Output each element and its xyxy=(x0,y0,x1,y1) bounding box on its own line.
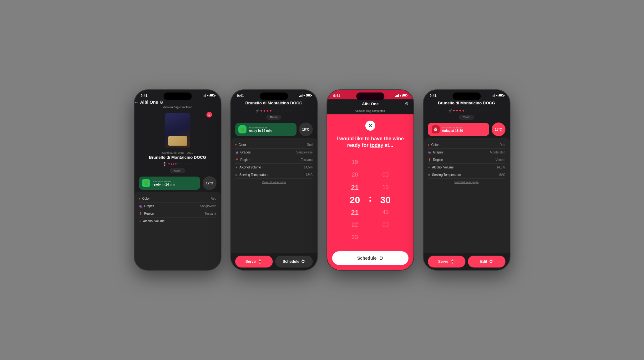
serve-button-2[interactable]: Serve 🍷 xyxy=(235,256,273,268)
wine-image-1: 1 xyxy=(134,111,221,150)
details-section-1: ♥ Color Red 🍇 Grapes Sangiovese 📍 Regi xyxy=(134,192,221,270)
clock-red-icon-4: ⏰ xyxy=(432,125,440,133)
wine-glass-icon-2: 🍷 xyxy=(257,259,262,264)
serve-text-1: Your wine will be ready in 14 min xyxy=(153,180,197,186)
battery-icon-3 xyxy=(402,94,407,97)
battery-icon-1 xyxy=(210,94,215,97)
wifi-icon-2: ▾ xyxy=(303,94,305,97)
detail-label-color-4: ♥ Color xyxy=(428,143,439,147)
view-full-link-2[interactable]: View full wine page xyxy=(235,179,313,186)
gear-icon-1[interactable]: ⚙ xyxy=(160,100,164,105)
star-4: ♥ xyxy=(270,109,271,112)
serve-schedule-btn-2[interactable]: 🌿 Your wine will be ready in 14 min xyxy=(235,123,297,136)
heart-4: ♥ xyxy=(175,162,177,166)
serve-btn-1[interactable]: 🌿 Your wine will be ready in 14 min xyxy=(139,177,200,190)
screen-2: 9:41 ▾ Brunello di Montalcino DOCG 🛒 ♥ ♥… xyxy=(231,90,317,270)
heart-6: ♡ xyxy=(180,162,183,166)
status-time-2: 9:41 xyxy=(237,94,244,98)
detail-label-grapes-2: 🍇 Grapes xyxy=(235,151,251,154)
hour-21-bot: 21 xyxy=(342,207,368,218)
action-row-4: ⏰ Wine will be ready today at 18:30 18°C xyxy=(423,121,510,138)
bottle-1 xyxy=(165,113,190,148)
details-section-4: ♥ Color Red 🍇 Grapes Montefalco 📍 Regi xyxy=(423,138,510,253)
action-row-2: 🌿 Your wine will be ready in 14 min 18°C xyxy=(231,121,317,138)
scheduled-btn-4[interactable]: ⏰ Wine will be ready today at 18:30 xyxy=(428,123,489,136)
serve-label-4: Serve xyxy=(438,259,449,264)
detail-row-color-4: ♥ Color Red xyxy=(428,141,505,149)
detail-row-grapes-4: 🍇 Grapes Montefalco xyxy=(428,149,505,156)
location-icon-4: 📍 xyxy=(428,158,431,162)
hour-19: 19 xyxy=(342,157,368,168)
heart-7: ♡ xyxy=(184,162,186,166)
screen-1: 9:41 ▾ ← Albi One ⚙ Vacuum Bag completed xyxy=(134,90,221,270)
detail-label-region-4: 📍 Region xyxy=(428,158,443,162)
room-badge-1: Room xyxy=(134,167,221,174)
detail-row-temp-4: ❄ Serving Temperature 18°C xyxy=(428,171,505,179)
wifi-icon-3: ▾ xyxy=(400,94,401,97)
leaf-icon-2: 🌿 xyxy=(238,125,246,133)
detail-row-color-2: ♥ Color Red xyxy=(235,141,313,149)
wine-title-4: Brunello di Montalcino DOCG xyxy=(428,101,505,105)
detail-value-alcohol-2: 14,5% xyxy=(304,166,312,169)
back-button-3[interactable]: ← xyxy=(332,101,336,106)
wifi-icon-1: ▾ xyxy=(207,94,209,97)
temp-btn-2[interactable]: 18°C xyxy=(299,122,313,136)
detail-value-region-2: Toscana xyxy=(301,158,312,162)
min-15: 15 xyxy=(373,182,398,193)
min-45: 45 xyxy=(373,207,398,218)
detail-value-color-2: Red xyxy=(307,143,312,147)
detail-label-text-region-4: Region xyxy=(433,158,443,162)
bottom-buttons-4: Serve 🍷 Edit ⏱ xyxy=(423,253,510,270)
serve-text-lg-2: ready in 14 min xyxy=(249,129,293,132)
temp-btn-4[interactable]: 18°C xyxy=(492,122,505,136)
detail-label-temp-4: ❄ Serving Temperature xyxy=(428,173,461,177)
schedule-button-2[interactable]: Schedule ⏱ xyxy=(275,256,313,268)
app-title-1: Albi One xyxy=(140,100,158,105)
status-time-4: 9:41 xyxy=(430,94,437,98)
dynamic-island-1 xyxy=(164,92,192,100)
detail-value-region-1: Toscana xyxy=(205,212,216,215)
alcohol-icon-1: ✴ xyxy=(139,220,141,223)
detail-value-grapes-2: Sangiovese xyxy=(296,151,312,154)
stars-row-2: 🛒 ♥ ♥ ♥ ♥ ♡ ♡ ♡ ♡ ♡ xyxy=(231,108,317,114)
alcohol-icon-4: ✴ xyxy=(428,166,430,169)
time-colon-3: : xyxy=(368,193,373,204)
detail-label-text-alcohol-4: Alcohol Volume xyxy=(432,166,454,169)
heart-9: ♡ xyxy=(190,162,192,166)
serve-button-4[interactable]: Serve 🍷 xyxy=(428,256,465,268)
signal-icon-1 xyxy=(203,94,206,97)
signal-icon-4 xyxy=(492,94,495,97)
view-full-link-4[interactable]: View full wine page xyxy=(428,179,505,186)
detail-label-text-region-2: Region xyxy=(241,158,251,162)
detail-label-text-color-1: Color xyxy=(142,197,150,200)
edit-button-4[interactable]: Edit ⏱ xyxy=(468,256,505,268)
ready-text-lg-4: today at 18:30 xyxy=(442,129,485,132)
detail-row-grapes-2: 🍇 Grapes Sangiovese xyxy=(235,149,313,156)
wine-name-1: Brunello di Montalcino DOCG xyxy=(134,155,221,162)
schedule-confirm-button-3[interactable]: Schedule ⏱ xyxy=(332,251,408,265)
detail-label-text-grapes-4: Grapes xyxy=(433,151,444,154)
screen-3: 9:41 ▾ ← Albi One ⚙ Vacuum Bag completed xyxy=(327,90,413,270)
detail-label-text-temp-4: Serving Temperature xyxy=(432,173,461,177)
gear-icon-3[interactable]: ⚙ xyxy=(405,101,409,106)
status-icons-2: ▾ xyxy=(299,94,311,97)
star-4-1: ♥ xyxy=(453,109,455,112)
status-icons-3: ▾ xyxy=(395,94,407,97)
close-btn-container-3: ✕ xyxy=(327,114,413,131)
clock-icon-3: ⏱ xyxy=(379,256,383,261)
heart-5: ♡ xyxy=(177,162,180,166)
time-picker-3[interactable]: 19 20 21 20 21 22 23 : 00 15 30 45 0 xyxy=(327,151,413,249)
star-4-4: ♥ xyxy=(462,109,464,112)
close-button-3[interactable]: ✕ xyxy=(365,121,375,131)
color-icon-4: ♥ xyxy=(428,143,429,147)
detail-value-temp-4: 18°C xyxy=(498,173,505,177)
back-button-1[interactable]: ← xyxy=(134,100,139,105)
temp-btn-1[interactable]: 12°C xyxy=(203,176,216,190)
detail-label-text-color-2: Color xyxy=(239,143,246,147)
edit-label-4: Edit xyxy=(480,259,487,264)
schedule-overlay-3: ✕ I would like to have the wine ready fo… xyxy=(327,114,413,270)
wine-subtitle-1: Cantina Albi Wine · 2021 xyxy=(134,150,221,155)
stars-row-4: 🛒 ♥ ♥ ♥ ♥ ♡ ♡ ♡ ♡ ♡ xyxy=(423,108,510,114)
star-5: ♡ xyxy=(273,109,276,112)
schedule-btn-label-3: Schedule xyxy=(357,256,377,261)
